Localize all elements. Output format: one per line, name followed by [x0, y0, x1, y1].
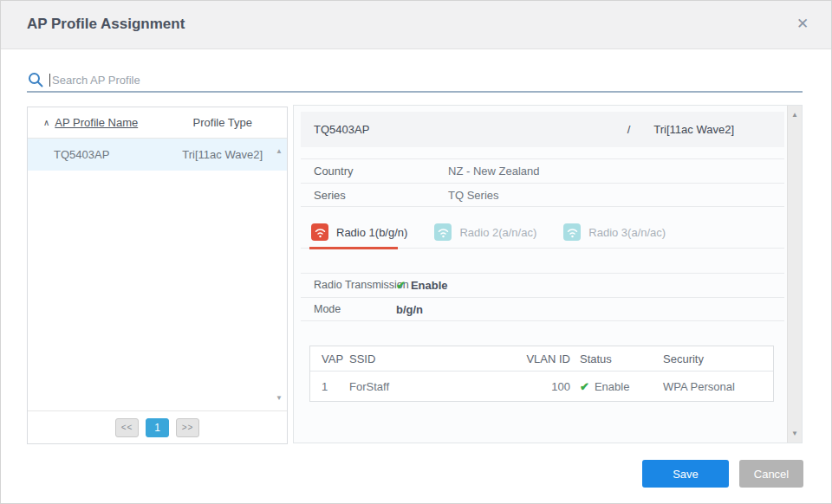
vap-table-header: VAP SSID VLAN ID Status Security	[310, 346, 773, 371]
col-status: Status	[570, 352, 653, 365]
country-row: Country NZ - New Zealand	[301, 158, 784, 183]
profile-detail-panel: TQ5403AP / Tri[11ac Wave2] Country NZ - …	[293, 105, 803, 443]
check-icon: ✔	[396, 279, 406, 292]
tab-radio-2-label: Radio 2(a/n/ac)	[459, 226, 536, 239]
cancel-button[interactable]: Cancel	[739, 460, 803, 488]
ap-profile-assignment-dialog: AP Profile Assignment ✕ ∧ AP Profile Nam…	[0, 0, 832, 504]
dialog-header: AP Profile Assignment ✕	[1, 1, 831, 49]
search-icon	[27, 71, 44, 88]
radio-tabs: Radio 1(b/g/n) Radio 2(a/n/ac)	[301, 216, 784, 249]
search-input[interactable]	[52, 69, 803, 90]
scroll-up-icon[interactable]: ▲	[788, 111, 802, 119]
tab-radio-3-label: Radio 3(a/n/ac)	[588, 226, 666, 239]
vap-table-row: 1 ForStaff 100 ✔Enable WPA Personal	[310, 371, 773, 401]
tab-radio-2[interactable]: Radio 2(a/n/ac)	[434, 223, 536, 241]
mode-row: Mode b/g/n	[301, 297, 784, 321]
detail-profile-name: TQ5403AP	[314, 123, 369, 136]
col-vlan-id: VLAN ID	[525, 352, 570, 365]
profile-type-cell: Tri[11ac Wave2]	[182, 148, 263, 161]
col-security: Security	[653, 352, 773, 365]
detail-header-right: / Tri[11ac Wave2]	[627, 123, 734, 136]
tab-radio-1-label: Radio 1(b/g/n)	[336, 226, 407, 239]
profile-list-header: ∧ AP Profile Name Profile Type	[28, 107, 287, 139]
pagination-next-button[interactable]: >>	[176, 418, 199, 437]
tab-radio-1[interactable]: Radio 1(b/g/n)	[311, 223, 407, 241]
scroll-down-icon[interactable]: ▼	[788, 430, 802, 437]
series-row: Series TQ Series	[301, 183, 784, 207]
pagination: << 1 >>	[28, 410, 287, 443]
wifi-icon	[311, 223, 328, 241]
wifi-icon	[434, 223, 452, 241]
col-ssid: SSID	[349, 352, 525, 365]
detail-separator: /	[627, 123, 631, 136]
pagination-prev-button[interactable]: <<	[115, 418, 139, 437]
radio-transmission-label: Radio Transmission	[314, 279, 409, 291]
ssid-cell: ForStaff	[349, 380, 525, 393]
radio-transmission-value: ✔Enable	[396, 279, 448, 292]
vap-table: VAP SSID VLAN ID Status Security 1 ForSt…	[309, 346, 774, 402]
series-label: Series	[314, 189, 346, 202]
profile-list-panel: ∧ AP Profile Name Profile Type TQ5403AP …	[27, 107, 288, 444]
mode-value: b/g/n	[396, 303, 423, 316]
vlan-cell: 100	[525, 380, 570, 393]
country-label: Country	[314, 165, 354, 178]
tab-radio-3[interactable]: Radio 3(a/n/ac)	[563, 223, 666, 241]
scroll-down-icon[interactable]: ▼	[276, 394, 283, 402]
security-cell: WPA Personal	[653, 380, 773, 393]
sort-asc-icon[interactable]: ∧	[43, 118, 49, 127]
profile-detail-content: TQ5403AP / Tri[11ac Wave2] Country NZ - …	[301, 112, 784, 402]
radio-detail-rows: Radio Transmission ✔Enable Mode b/g/n	[301, 273, 784, 321]
check-icon: ✔	[580, 380, 589, 393]
wifi-icon	[563, 223, 581, 241]
close-icon[interactable]: ✕	[793, 15, 812, 34]
col-vap: VAP	[322, 352, 349, 365]
country-value: NZ - New Zealand	[448, 165, 539, 178]
series-value: TQ Series	[448, 189, 499, 202]
radio-transmission-row: Radio Transmission ✔Enable	[301, 273, 784, 297]
column-header-ap-profile-name[interactable]: AP Profile Name	[55, 116, 138, 129]
detail-info-rows: Country NZ - New Zealand Series TQ Serie…	[301, 158, 784, 207]
detail-scrollbar[interactable]: ▲ ▼	[787, 106, 802, 443]
profile-list-body: TQ5403AP Tri[11ac Wave2] ▲ ▼	[28, 139, 287, 410]
column-header-profile-type: Profile Type	[193, 116, 252, 129]
save-button[interactable]: Save	[642, 460, 729, 488]
active-tab-underline	[309, 247, 398, 249]
dialog-title: AP Profile Assignment	[27, 16, 185, 33]
scroll-up-icon[interactable]: ▲	[276, 147, 283, 155]
status-cell: ✔Enable	[570, 380, 653, 393]
search-bar	[27, 68, 803, 93]
pagination-page-1-button[interactable]: 1	[146, 418, 169, 437]
profile-row-selected[interactable]: TQ5403AP Tri[11ac Wave2]	[28, 139, 287, 171]
detail-header: TQ5403AP / Tri[11ac Wave2]	[301, 112, 784, 147]
detail-profile-type: Tri[11ac Wave2]	[653, 123, 734, 136]
mode-label: Mode	[314, 303, 341, 315]
vap-cell: 1	[322, 380, 349, 393]
profile-name-cell: TQ5403AP	[54, 148, 109, 161]
text-cursor	[49, 74, 50, 87]
